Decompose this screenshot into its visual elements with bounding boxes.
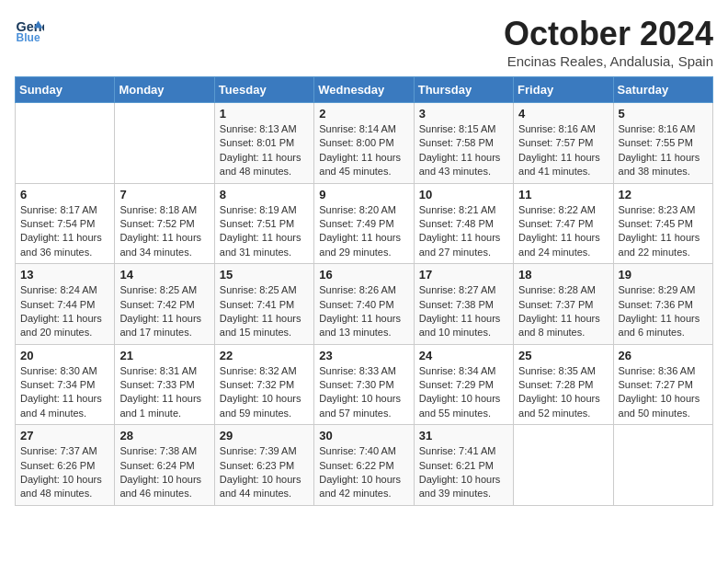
cell-content: Sunrise: 8:28 AM Sunset: 7:37 PM Dayligh… bbox=[518, 283, 608, 340]
day-header-saturday: Saturday bbox=[613, 77, 712, 103]
cell-content: Sunrise: 8:30 AM Sunset: 7:34 PM Dayligh… bbox=[20, 364, 109, 421]
calendar-week-5: 27Sunrise: 7:37 AM Sunset: 6:26 PM Dayli… bbox=[16, 425, 713, 506]
cell-content: Sunrise: 8:25 AM Sunset: 7:42 PM Dayligh… bbox=[119, 283, 209, 340]
day-number: 6 bbox=[20, 188, 109, 201]
day-number: 19 bbox=[619, 268, 708, 282]
cell-content: Sunrise: 8:19 AM Sunset: 7:51 PM Dayligh… bbox=[220, 203, 309, 260]
calendar-cell: 9Sunrise: 8:20 AM Sunset: 7:49 PM Daylig… bbox=[314, 183, 414, 264]
calendar-cell: 4Sunrise: 8:16 AM Sunset: 7:57 PM Daylig… bbox=[514, 103, 613, 184]
day-header-tuesday: Tuesday bbox=[214, 77, 313, 103]
calendar-cell: 28Sunrise: 7:38 AM Sunset: 6:24 PM Dayli… bbox=[115, 425, 214, 506]
cell-content: Sunrise: 8:16 AM Sunset: 7:55 PM Dayligh… bbox=[619, 122, 708, 179]
day-header-sunday: Sunday bbox=[16, 77, 115, 103]
day-number: 31 bbox=[419, 429, 508, 442]
calendar-table: SundayMondayTuesdayWednesdayThursdayFrid… bbox=[15, 76, 713, 506]
cell-content: Sunrise: 8:32 AM Sunset: 7:32 PM Dayligh… bbox=[220, 364, 309, 421]
cell-content: Sunrise: 8:25 AM Sunset: 7:41 PM Dayligh… bbox=[220, 283, 309, 340]
day-number: 23 bbox=[319, 349, 408, 362]
cell-content: Sunrise: 8:15 AM Sunset: 7:58 PM Dayligh… bbox=[419, 122, 508, 179]
calendar-cell: 18Sunrise: 8:28 AM Sunset: 7:37 PM Dayli… bbox=[514, 264, 613, 345]
logo: General Blue bbox=[15, 15, 44, 44]
calendar-body: 1Sunrise: 8:13 AM Sunset: 8:01 PM Daylig… bbox=[16, 103, 713, 506]
day-number: 22 bbox=[220, 349, 309, 362]
day-number: 28 bbox=[119, 429, 209, 442]
calendar-cell: 2Sunrise: 8:14 AM Sunset: 8:00 PM Daylig… bbox=[314, 103, 414, 184]
cell-content: Sunrise: 8:34 AM Sunset: 7:29 PM Dayligh… bbox=[419, 364, 508, 421]
calendar-week-4: 20Sunrise: 8:30 AM Sunset: 7:34 PM Dayli… bbox=[16, 344, 713, 425]
calendar-cell: 29Sunrise: 7:39 AM Sunset: 6:23 PM Dayli… bbox=[214, 425, 313, 506]
day-number: 10 bbox=[419, 188, 508, 201]
cell-content: Sunrise: 8:33 AM Sunset: 7:30 PM Dayligh… bbox=[319, 364, 408, 421]
calendar-cell: 3Sunrise: 8:15 AM Sunset: 7:58 PM Daylig… bbox=[414, 103, 513, 184]
calendar-header-row: SundayMondayTuesdayWednesdayThursdayFrid… bbox=[16, 77, 713, 103]
day-number: 12 bbox=[619, 188, 708, 201]
day-number: 20 bbox=[20, 349, 109, 362]
month-title: October 2024 bbox=[504, 15, 713, 53]
cell-content: Sunrise: 8:22 AM Sunset: 7:47 PM Dayligh… bbox=[518, 203, 608, 260]
calendar-cell: 22Sunrise: 8:32 AM Sunset: 7:32 PM Dayli… bbox=[214, 344, 313, 425]
cell-content: Sunrise: 8:35 AM Sunset: 7:28 PM Dayligh… bbox=[518, 364, 608, 421]
day-number: 2 bbox=[319, 107, 408, 121]
day-header-monday: Monday bbox=[115, 77, 214, 103]
cell-content: Sunrise: 8:23 AM Sunset: 7:45 PM Dayligh… bbox=[619, 203, 708, 260]
calendar-cell: 17Sunrise: 8:27 AM Sunset: 7:38 PM Dayli… bbox=[414, 264, 513, 345]
calendar-week-1: 1Sunrise: 8:13 AM Sunset: 8:01 PM Daylig… bbox=[16, 103, 713, 184]
day-number: 27 bbox=[20, 429, 109, 442]
location-title: Encinas Reales, Andalusia, Spain bbox=[504, 53, 713, 69]
day-number: 14 bbox=[119, 268, 209, 282]
cell-content: Sunrise: 8:20 AM Sunset: 7:49 PM Dayligh… bbox=[319, 203, 408, 260]
logo-icon: General Blue bbox=[15, 15, 44, 44]
day-number: 13 bbox=[20, 268, 109, 282]
cell-content: Sunrise: 7:39 AM Sunset: 6:23 PM Dayligh… bbox=[220, 444, 309, 501]
cell-content: Sunrise: 8:29 AM Sunset: 7:36 PM Dayligh… bbox=[619, 283, 708, 340]
cell-content: Sunrise: 8:26 AM Sunset: 7:40 PM Dayligh… bbox=[319, 283, 408, 340]
calendar-cell: 19Sunrise: 8:29 AM Sunset: 7:36 PM Dayli… bbox=[613, 264, 712, 345]
cell-content: Sunrise: 8:18 AM Sunset: 7:52 PM Dayligh… bbox=[119, 203, 209, 260]
calendar-cell: 24Sunrise: 8:34 AM Sunset: 7:29 PM Dayli… bbox=[414, 344, 513, 425]
day-header-thursday: Thursday bbox=[414, 77, 513, 103]
calendar-cell: 21Sunrise: 8:31 AM Sunset: 7:33 PM Dayli… bbox=[115, 344, 214, 425]
cell-content: Sunrise: 7:38 AM Sunset: 6:24 PM Dayligh… bbox=[119, 444, 209, 501]
calendar-cell: 13Sunrise: 8:24 AM Sunset: 7:44 PM Dayli… bbox=[16, 264, 115, 345]
calendar-cell: 26Sunrise: 8:36 AM Sunset: 7:27 PM Dayli… bbox=[613, 344, 712, 425]
day-number: 11 bbox=[518, 188, 608, 201]
calendar-cell: 31Sunrise: 7:41 AM Sunset: 6:21 PM Dayli… bbox=[414, 425, 513, 506]
day-number: 1 bbox=[220, 107, 309, 121]
cell-content: Sunrise: 8:21 AM Sunset: 7:48 PM Dayligh… bbox=[419, 203, 508, 260]
cell-content: Sunrise: 8:13 AM Sunset: 8:01 PM Dayligh… bbox=[220, 122, 309, 179]
day-number: 30 bbox=[319, 429, 408, 442]
calendar-cell bbox=[115, 103, 214, 184]
calendar-cell: 7Sunrise: 8:18 AM Sunset: 7:52 PM Daylig… bbox=[115, 183, 214, 264]
calendar-week-2: 6Sunrise: 8:17 AM Sunset: 7:54 PM Daylig… bbox=[16, 183, 713, 264]
day-header-friday: Friday bbox=[514, 77, 613, 103]
calendar-cell: 8Sunrise: 8:19 AM Sunset: 7:51 PM Daylig… bbox=[214, 183, 313, 264]
calendar-cell bbox=[16, 103, 115, 184]
day-number: 26 bbox=[619, 349, 708, 362]
page-header: General Blue October 2024 Encinas Reales… bbox=[15, 15, 713, 69]
calendar-cell: 15Sunrise: 8:25 AM Sunset: 7:41 PM Dayli… bbox=[214, 264, 313, 345]
calendar-cell: 14Sunrise: 8:25 AM Sunset: 7:42 PM Dayli… bbox=[115, 264, 214, 345]
cell-content: Sunrise: 8:16 AM Sunset: 7:57 PM Dayligh… bbox=[518, 122, 608, 179]
calendar-cell: 25Sunrise: 8:35 AM Sunset: 7:28 PM Dayli… bbox=[514, 344, 613, 425]
day-number: 7 bbox=[119, 188, 209, 201]
svg-text:Blue: Blue bbox=[17, 31, 40, 44]
calendar-cell: 5Sunrise: 8:16 AM Sunset: 7:55 PM Daylig… bbox=[613, 103, 712, 184]
day-number: 18 bbox=[518, 268, 608, 282]
calendar-cell: 6Sunrise: 8:17 AM Sunset: 7:54 PM Daylig… bbox=[16, 183, 115, 264]
day-number: 16 bbox=[319, 268, 408, 282]
cell-content: Sunrise: 8:24 AM Sunset: 7:44 PM Dayligh… bbox=[20, 283, 109, 340]
day-number: 21 bbox=[119, 349, 209, 362]
day-number: 29 bbox=[220, 429, 309, 442]
calendar-cell bbox=[514, 425, 613, 506]
cell-content: Sunrise: 7:41 AM Sunset: 6:21 PM Dayligh… bbox=[419, 444, 508, 501]
cell-content: Sunrise: 8:14 AM Sunset: 8:00 PM Dayligh… bbox=[319, 122, 408, 179]
calendar-cell bbox=[613, 425, 712, 506]
cell-content: Sunrise: 7:37 AM Sunset: 6:26 PM Dayligh… bbox=[20, 444, 109, 501]
day-header-wednesday: Wednesday bbox=[314, 77, 414, 103]
day-number: 9 bbox=[319, 188, 408, 201]
day-number: 17 bbox=[419, 268, 508, 282]
day-number: 8 bbox=[220, 188, 309, 201]
day-number: 15 bbox=[220, 268, 309, 282]
calendar-cell: 1Sunrise: 8:13 AM Sunset: 8:01 PM Daylig… bbox=[214, 103, 313, 184]
calendar-week-3: 13Sunrise: 8:24 AM Sunset: 7:44 PM Dayli… bbox=[16, 264, 713, 345]
